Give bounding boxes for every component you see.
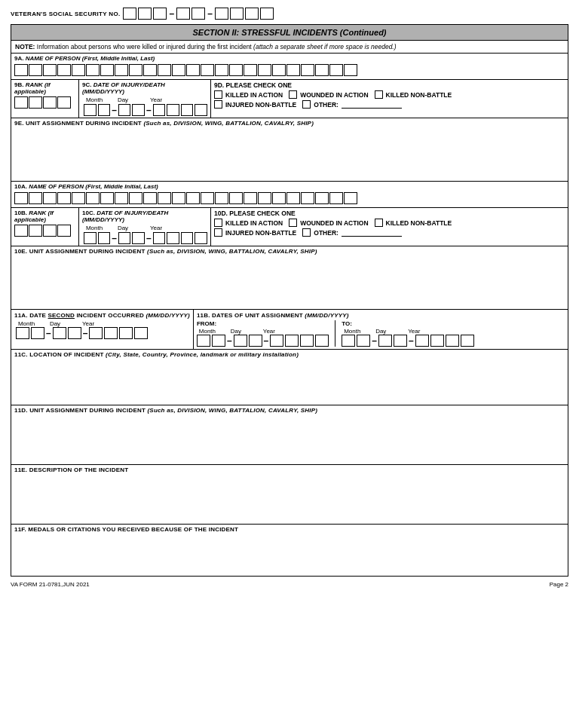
day-box-11a[interactable] (53, 327, 66, 339)
from-year-box[interactable] (300, 335, 314, 347)
name-box[interactable] (143, 192, 157, 204)
name-box[interactable] (244, 192, 257, 204)
name-box[interactable] (215, 192, 228, 204)
day-box[interactable] (132, 104, 145, 116)
to-day-box[interactable] (394, 335, 407, 347)
year-box[interactable] (167, 104, 179, 116)
name-box[interactable] (258, 64, 271, 76)
rank-box[interactable] (57, 225, 71, 237)
month-box[interactable] (84, 104, 96, 116)
to-month-box[interactable] (342, 335, 355, 347)
field-11e-content[interactable] (11, 475, 568, 524)
year-box-11a[interactable] (134, 327, 148, 339)
name-box[interactable] (29, 64, 42, 76)
from-year-box[interactable] (270, 335, 283, 347)
rank-box[interactable] (57, 96, 71, 109)
checkbox-killed-non-battle[interactable] (375, 90, 383, 99)
name-box[interactable] (186, 64, 200, 76)
year-box[interactable] (181, 232, 194, 244)
other-line-10d[interactable] (342, 229, 402, 237)
to-year-box[interactable] (430, 335, 444, 347)
name-box[interactable] (244, 64, 257, 76)
month-box[interactable] (84, 232, 96, 244)
name-box[interactable] (329, 64, 343, 76)
name-box[interactable] (129, 192, 142, 204)
name-box[interactable] (72, 64, 85, 76)
checkbox-other[interactable] (302, 100, 311, 109)
checkbox-10d-wounded-action[interactable] (289, 219, 297, 227)
day-box[interactable] (118, 104, 131, 116)
from-day-box[interactable] (249, 335, 262, 347)
rank-box[interactable] (43, 96, 57, 109)
month-box[interactable] (98, 232, 111, 244)
ssn-box-7[interactable] (230, 8, 244, 20)
name-box[interactable] (43, 192, 57, 204)
name-box[interactable] (158, 64, 171, 76)
checkbox-10d-killed-action[interactable] (214, 219, 222, 227)
rank-box[interactable] (29, 225, 42, 237)
year-box[interactable] (181, 104, 194, 116)
name-box[interactable] (344, 192, 357, 204)
year-box[interactable] (195, 104, 207, 116)
name-box[interactable] (301, 192, 314, 204)
from-day-box[interactable] (234, 335, 247, 347)
field-10e-content[interactable] (11, 256, 568, 309)
name-box[interactable] (201, 192, 214, 204)
name-box[interactable] (72, 192, 85, 204)
name-box[interactable] (229, 64, 243, 76)
ssn-box-9[interactable] (260, 8, 274, 20)
to-month-box[interactable] (357, 335, 370, 347)
name-box[interactable] (172, 192, 185, 204)
name-box[interactable] (57, 64, 71, 76)
to-year-box[interactable] (415, 335, 429, 347)
day-box[interactable] (118, 232, 131, 244)
year-box[interactable] (153, 232, 166, 244)
name-box[interactable] (315, 192, 329, 204)
other-line[interactable] (342, 101, 402, 109)
checkbox-10d-other[interactable] (302, 228, 311, 237)
year-box[interactable] (195, 232, 207, 244)
ssn-box-3[interactable] (153, 8, 167, 20)
name-box[interactable] (129, 64, 142, 76)
name-box[interactable] (301, 64, 314, 76)
name-box[interactable] (29, 192, 42, 204)
from-month-box[interactable] (212, 335, 225, 347)
checkbox-wounded-action[interactable] (289, 90, 297, 99)
name-box[interactable] (201, 64, 214, 76)
to-year-box[interactable] (461, 335, 474, 347)
name-box[interactable] (14, 64, 28, 76)
rank-box[interactable] (29, 96, 42, 109)
to-day-box[interactable] (378, 335, 392, 347)
from-year-box[interactable] (285, 335, 299, 347)
field-9e-content[interactable] (11, 128, 568, 181)
field-11d-content[interactable] (11, 415, 568, 464)
ssn-box-1[interactable] (123, 8, 136, 20)
ssn-box-4[interactable] (176, 8, 190, 20)
name-box[interactable] (100, 64, 114, 76)
field-11f-content[interactable] (11, 534, 568, 576)
name-box[interactable] (286, 192, 300, 204)
name-box[interactable] (272, 64, 286, 76)
day-box-11a[interactable] (68, 327, 81, 339)
ssn-box-8[interactable] (245, 8, 259, 20)
checkbox-10d-killed-non-battle[interactable] (375, 219, 383, 227)
name-box[interactable] (329, 192, 343, 204)
field-11c-content[interactable] (11, 359, 568, 405)
year-box-11a[interactable] (119, 327, 133, 339)
name-box[interactable] (115, 64, 128, 76)
checkbox-10d-injured-non-battle[interactable] (214, 228, 222, 237)
name-box[interactable] (344, 64, 357, 76)
from-year-box[interactable] (315, 335, 329, 347)
ssn-box-6[interactable] (215, 8, 228, 20)
name-box[interactable] (158, 192, 171, 204)
name-box[interactable] (229, 192, 243, 204)
month-box-11a[interactable] (31, 327, 44, 339)
name-box[interactable] (172, 64, 185, 76)
year-box-11a[interactable] (104, 327, 118, 339)
name-box[interactable] (258, 192, 271, 204)
name-box[interactable] (86, 64, 100, 76)
name-box[interactable] (57, 192, 71, 204)
rank-box[interactable] (14, 225, 28, 237)
rank-box[interactable] (43, 225, 57, 237)
year-box[interactable] (153, 104, 166, 116)
